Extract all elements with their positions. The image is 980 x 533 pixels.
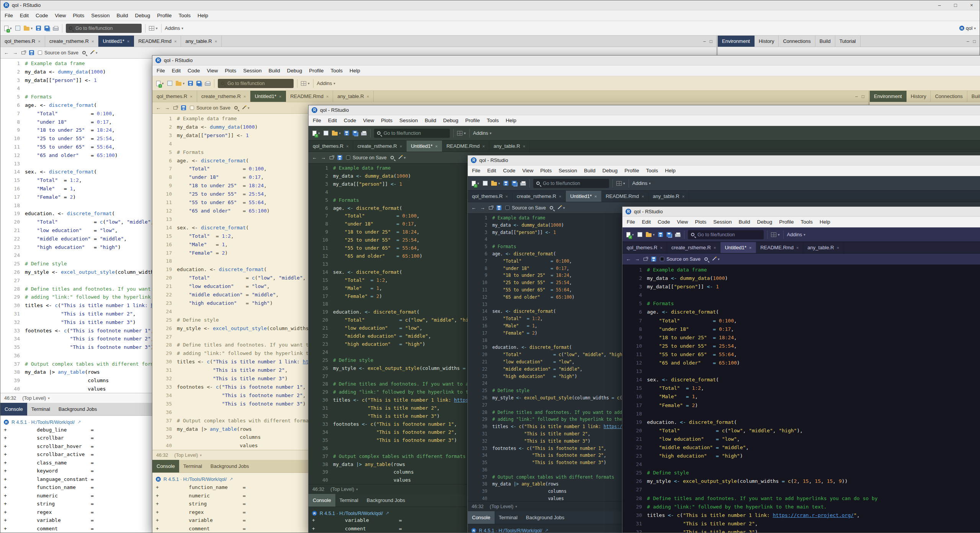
find-replace-button[interactable]	[390, 156, 394, 159]
tab-environment[interactable]: Environment	[870, 91, 906, 102]
editor-tab-untitled1[interactable]: Untitled1* ×	[98, 36, 134, 47]
tab-background-jobs[interactable]: Background Jobs	[206, 460, 253, 473]
menu-session[interactable]: Session	[88, 10, 113, 21]
menu-code[interactable]: Code	[654, 217, 673, 227]
source-on-save-toggle[interactable]: Source on Save	[505, 205, 546, 211]
save-all-button[interactable]	[353, 131, 358, 136]
popout-button[interactable]	[330, 156, 333, 159]
tab-build[interactable]: Build	[815, 36, 835, 47]
tab-close-icon[interactable]: ×	[91, 39, 94, 44]
editor-tab-qol-themes[interactable]: qol_themes.R ×	[309, 141, 353, 152]
menu-view[interactable]: View	[51, 10, 69, 21]
menu-build[interactable]: Build	[421, 115, 439, 126]
tab-close-icon[interactable]: ×	[595, 194, 597, 199]
addins-button[interactable]: Addins ▾	[473, 130, 492, 136]
source-on-save-toggle[interactable]: Source on Save	[660, 257, 701, 262]
back-button[interactable]: ←	[471, 205, 476, 211]
code-tools-button[interactable]: ▾	[242, 105, 250, 110]
source-on-save-toggle[interactable]: Source on Save	[38, 50, 78, 56]
external-link-icon[interactable]: ↗	[545, 528, 548, 533]
code-tools-button[interactable]: ▾	[557, 205, 565, 210]
tab-close-icon[interactable]: ×	[127, 39, 129, 44]
window-maximize-button[interactable]: □	[947, 0, 964, 10]
menu-build[interactable]: Build	[735, 217, 753, 227]
editor-tab-readme[interactable]: README.Rmd ×	[756, 242, 803, 253]
menu-tools[interactable]: Tools	[642, 165, 662, 176]
menu-build[interactable]: Build	[580, 165, 599, 176]
tab-console[interactable]: Console	[0, 403, 27, 415]
external-link-icon[interactable]: ↗	[385, 511, 389, 516]
tab-close-icon[interactable]: ×	[174, 39, 176, 44]
editor-tab-untitled1[interactable]: Untitled1* ×	[566, 191, 601, 202]
cursor-position[interactable]: 46:32	[312, 487, 324, 492]
forward-button[interactable]: →	[635, 256, 640, 262]
editor-tab-create-rstheme[interactable]: create_rstheme.R ×	[513, 191, 566, 202]
tab-terminal[interactable]: Terminal	[335, 494, 363, 507]
menu-session[interactable]: Session	[396, 115, 421, 126]
tab-close-icon[interactable]: ×	[749, 245, 751, 250]
forward-button[interactable]: →	[13, 50, 18, 56]
tab-console[interactable]: Console	[309, 494, 335, 507]
window-minimize-button[interactable]: –	[931, 0, 947, 10]
new-project-button[interactable]	[167, 81, 172, 86]
open-file-button[interactable]: ▾	[646, 232, 655, 237]
save-document-button[interactable]	[337, 155, 342, 160]
tab-close-icon[interactable]: ×	[435, 144, 438, 149]
pane-layout-button[interactable]: ▾	[301, 81, 310, 86]
menu-view[interactable]: View	[203, 65, 221, 76]
pane-minimize-button[interactable]: –	[703, 39, 706, 44]
save-document-button[interactable]	[651, 257, 656, 262]
tab-close-icon[interactable]: ×	[190, 94, 192, 99]
external-link-icon[interactable]: ↗	[229, 477, 233, 482]
tab-close-icon[interactable]: ×	[243, 94, 246, 99]
tab-close-icon[interactable]: ×	[346, 144, 348, 149]
tab-terminal[interactable]: Terminal	[27, 403, 54, 415]
tab-close-icon[interactable]: ×	[837, 245, 839, 250]
menu-help[interactable]: Help	[502, 115, 520, 126]
editor-tab-any-table[interactable]: any_table.R ×	[489, 141, 530, 152]
editor-tab-any-table[interactable]: any_table.R ×	[803, 242, 844, 253]
open-file-button[interactable]: ▾	[332, 131, 341, 136]
menu-help[interactable]: Help	[662, 165, 679, 176]
forward-button[interactable]: →	[165, 105, 170, 111]
tab-console[interactable]: Console	[468, 511, 495, 524]
external-link-icon[interactable]: ↗	[77, 420, 81, 425]
menu-help[interactable]: Help	[194, 10, 212, 21]
cursor-position[interactable]: 46:32	[4, 396, 16, 401]
editor-tab-untitled1[interactable]: Untitled1* ×	[250, 91, 286, 102]
save-all-button[interactable]	[196, 81, 201, 86]
tab-close-icon[interactable]: ×	[660, 245, 662, 250]
title-bar[interactable]: R qol - RStudio – □ ×	[309, 105, 980, 115]
print-button[interactable]	[361, 131, 367, 136]
editor-tab-any-table[interactable]: any_table.R ×	[333, 91, 374, 102]
tab-close-icon[interactable]: ×	[714, 245, 716, 250]
menu-profile[interactable]: Profile	[154, 10, 175, 21]
menu-edit[interactable]: Edit	[16, 10, 32, 21]
menu-debug[interactable]: Debug	[439, 115, 462, 126]
code-tools-button[interactable]: ▾	[712, 257, 720, 262]
tab-background-jobs[interactable]: Background Jobs	[363, 494, 409, 507]
forward-button[interactable]: →	[321, 155, 326, 160]
pane-layout-button[interactable]: ▾	[457, 131, 466, 136]
menu-plots[interactable]: Plots	[377, 115, 396, 126]
new-project-button[interactable]	[323, 131, 328, 136]
popout-button[interactable]	[489, 206, 493, 209]
pane-maximize-button[interactable]: □	[973, 39, 976, 44]
pane-layout-button[interactable]: ▾	[149, 26, 158, 31]
menu-profile[interactable]: Profile	[621, 165, 642, 176]
goto-file-box[interactable]	[688, 230, 764, 239]
menu-tools[interactable]: Tools	[327, 65, 346, 76]
pane-minimize-button[interactable]: –	[967, 39, 969, 44]
menu-plots[interactable]: Plots	[537, 165, 555, 176]
popout-button[interactable]	[173, 106, 177, 110]
menu-code[interactable]: Code	[184, 65, 203, 76]
menu-help[interactable]: Help	[346, 65, 364, 76]
menu-code[interactable]: Code	[500, 165, 519, 176]
menu-debug[interactable]: Debug	[283, 65, 305, 76]
source-on-save-checkbox[interactable]	[190, 106, 194, 110]
print-button[interactable]	[520, 181, 526, 186]
save-button[interactable]	[36, 26, 41, 31]
tab-close-icon[interactable]: ×	[38, 39, 40, 44]
menu-edit[interactable]: Edit	[168, 65, 184, 76]
popout-button[interactable]	[21, 51, 25, 54]
